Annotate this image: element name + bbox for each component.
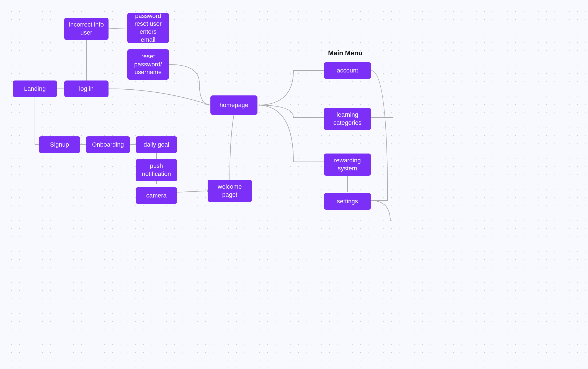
settings-node[interactable]: settings <box>324 193 371 210</box>
main-menu-label: Main Menu <box>328 49 362 57</box>
password-reset-node[interactable]: passwordreset:userenters email <box>127 13 169 43</box>
welcome-page-node[interactable]: welcomepage! <box>208 180 252 202</box>
svg-line-2 <box>109 28 127 29</box>
camera-node[interactable]: camera <box>136 187 177 204</box>
rewarding-system-node[interactable]: rewardingsystem <box>324 154 371 176</box>
reset-password-node[interactable]: resetpassword/username <box>127 49 169 80</box>
incorrect-info-node[interactable]: incorrect infouser <box>64 18 109 40</box>
onboarding-node[interactable]: Onboarding <box>86 136 130 153</box>
landing-node[interactable]: Landing <box>13 80 57 97</box>
login-node[interactable]: log in <box>64 80 109 97</box>
account-node[interactable]: account <box>324 62 371 79</box>
learning-categories-node[interactable]: learningcategories <box>324 108 371 130</box>
signup-node[interactable]: Signup <box>39 136 80 153</box>
push-notification-node[interactable]: pushnotification <box>136 159 177 181</box>
daily-goal-node[interactable]: daily goal <box>136 136 177 153</box>
svg-line-13 <box>177 191 208 192</box>
flowchart-connectors <box>0 0 588 369</box>
homepage-node[interactable]: homepage <box>210 95 257 115</box>
